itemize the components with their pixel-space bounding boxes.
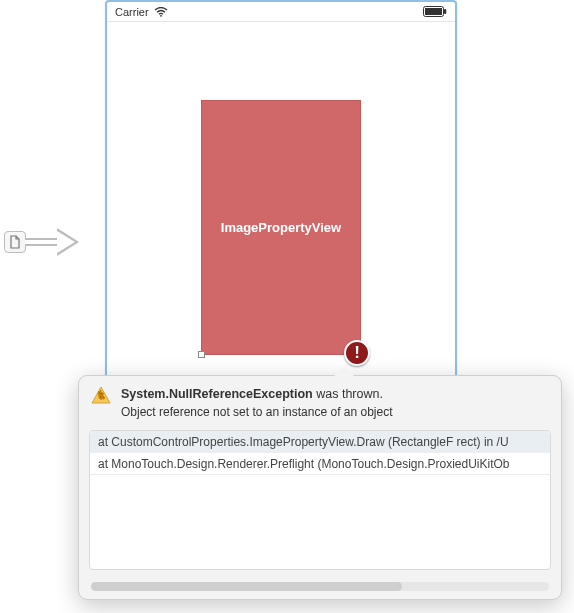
- breakpoint-indicator[interactable]: [4, 228, 79, 256]
- scrollbar-thumb[interactable]: [91, 582, 402, 591]
- arrow-right-icon: [57, 228, 79, 256]
- exception-message: Object reference not set to an instance …: [121, 404, 393, 421]
- battery-icon: [423, 6, 447, 17]
- stack-frame[interactable]: at CustomControlProperties.ImageProperty…: [90, 431, 550, 453]
- image-property-view-component[interactable]: ImagePropertyView !: [201, 100, 361, 355]
- carrier-label: Carrier: [115, 6, 149, 18]
- popover-arrow: [334, 366, 354, 376]
- breakpoint-stem: [25, 238, 57, 246]
- horizontal-scrollbar[interactable]: [91, 582, 549, 591]
- exception-title: System.NullReferenceException was thrown…: [121, 386, 393, 404]
- component-label: ImagePropertyView: [221, 220, 341, 235]
- error-mark: !: [354, 343, 360, 363]
- svg-point-0: [160, 14, 162, 16]
- warning-icon: [91, 386, 111, 404]
- error-badge-icon[interactable]: !: [344, 340, 370, 366]
- status-bar: Carrier: [107, 2, 455, 22]
- resize-handle-bottom-left[interactable]: [198, 351, 205, 358]
- exception-popover: System.NullReferenceException was thrown…: [78, 375, 562, 600]
- stack-frame[interactable]: at MonoTouch.Design.Renderer.Preflight (…: [90, 453, 550, 475]
- svg-rect-3: [444, 9, 446, 14]
- exception-name: System.NullReferenceException: [121, 387, 313, 401]
- document-icon: [4, 231, 26, 253]
- stack-trace-list[interactable]: at CustomControlProperties.ImageProperty…: [89, 430, 551, 570]
- exception-thrown-suffix: was thrown.: [313, 387, 383, 401]
- svg-rect-2: [425, 8, 442, 15]
- wifi-icon: [154, 7, 168, 17]
